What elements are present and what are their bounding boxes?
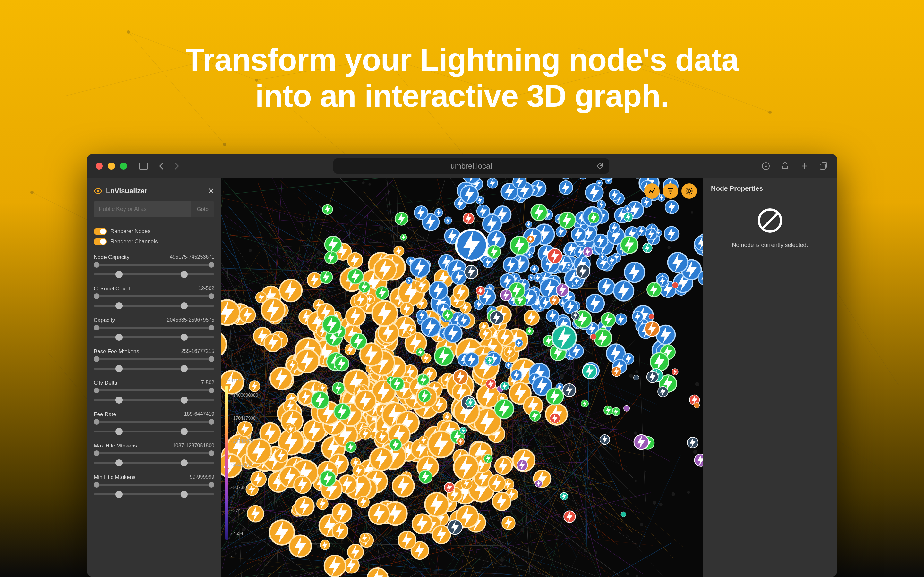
- svg-point-825: [584, 550, 587, 552]
- url-bar[interactable]: umbrel.local: [333, 158, 609, 174]
- svg-line-11: [834, 288, 898, 385]
- graph-mode-button[interactable]: [644, 183, 660, 199]
- svg-point-780: [284, 253, 288, 256]
- filter-range-slider[interactable]: [94, 301, 214, 310]
- svg-point-758: [362, 181, 365, 184]
- legend-tick: - 20744473: [231, 432, 258, 450]
- filter-slider[interactable]: [94, 452, 214, 454]
- svg-point-1487: [624, 405, 630, 411]
- settings-button[interactable]: [682, 183, 697, 199]
- graph-canvas[interactable]: Capacity - 1400000000- 170417908- 207444…: [221, 178, 703, 577]
- filter-slider[interactable]: [94, 264, 214, 266]
- svg-point-808: [592, 481, 593, 482]
- filter-range-slider[interactable]: [94, 459, 214, 467]
- svg-point-778: [595, 551, 598, 554]
- svg-point-853: [691, 211, 693, 214]
- new-tab-icon[interactable]: [800, 161, 809, 171]
- svg-point-25: [31, 191, 34, 194]
- filter-slider[interactable]: [94, 327, 214, 329]
- goto-button[interactable]: Goto: [191, 201, 214, 217]
- forward-button-icon[interactable]: [172, 161, 182, 171]
- svg-line-408: [603, 543, 672, 577]
- tabs-icon[interactable]: [819, 161, 829, 171]
- filter-range-slider[interactable]: [94, 427, 214, 436]
- close-window-icon[interactable]: [95, 163, 103, 169]
- svg-point-877: [591, 313, 595, 316]
- svg-point-818: [368, 183, 371, 185]
- filter-label: Node Capacity: [94, 254, 129, 261]
- app-title-text: LnVisualizer: [106, 187, 147, 195]
- filter-range-slider[interactable]: [94, 396, 214, 404]
- filter-button[interactable]: [663, 183, 678, 199]
- traffic-lights: [95, 163, 127, 169]
- svg-point-845: [422, 237, 424, 239]
- sidebar-toggle-icon[interactable]: [139, 161, 148, 171]
- renderer-nodes-label: Renderer Nodes: [110, 228, 150, 235]
- renderer-channels-toggle[interactable]: [94, 238, 107, 245]
- svg-point-1509: [634, 375, 639, 380]
- svg-point-792: [249, 249, 252, 252]
- node-properties-panel: Node Properties No node is currently sel…: [703, 178, 837, 577]
- svg-point-871: [438, 239, 439, 240]
- refresh-icon[interactable]: [596, 163, 604, 169]
- svg-point-1530: [621, 512, 626, 517]
- svg-point-804: [533, 512, 534, 513]
- search-input[interactable]: [94, 201, 191, 217]
- filter-range-slider[interactable]: [94, 333, 214, 342]
- filter-range-slider[interactable]: [94, 364, 214, 373]
- filter-label: Min Htlc Mtokens: [94, 474, 136, 480]
- filter-group: Cltv Delta 7-502: [94, 380, 214, 404]
- filter-value: 99-999999: [190, 474, 214, 480]
- filter-slider[interactable]: [94, 484, 214, 486]
- filter-value: 495175-745253671: [170, 254, 214, 261]
- browser-titlebar: umbrel.local: [87, 154, 837, 178]
- network-graph[interactable]: [221, 178, 703, 577]
- svg-point-774: [244, 206, 246, 208]
- filter-slider[interactable]: [94, 421, 214, 423]
- minimize-window-icon[interactable]: [108, 163, 115, 169]
- svg-point-22: [223, 143, 226, 146]
- filter-range-slider[interactable]: [94, 490, 214, 498]
- svg-point-1393: [561, 178, 570, 179]
- legend-tick: - 4554: [231, 524, 258, 542]
- svg-point-807: [398, 555, 402, 559]
- svg-point-1495: [672, 282, 678, 288]
- svg-point-767: [510, 474, 512, 476]
- filter-slider[interactable]: [94, 358, 214, 360]
- filter-slider[interactable]: [94, 390, 214, 392]
- svg-point-1511: [694, 402, 700, 408]
- svg-point-815: [258, 500, 262, 504]
- close-sidebar-button[interactable]: ✕: [208, 187, 214, 195]
- empty-state-icon: [758, 208, 782, 233]
- svg-line-369: [640, 455, 681, 546]
- legend-tick: - 37416: [231, 501, 258, 519]
- svg-point-16: [127, 31, 130, 34]
- downloads-icon[interactable]: [761, 161, 771, 171]
- svg-line-346: [379, 572, 562, 575]
- svg-point-737: [626, 572, 629, 575]
- renderer-nodes-toggle[interactable]: [94, 228, 107, 235]
- filter-range-slider[interactable]: [94, 270, 214, 279]
- svg-point-796: [520, 528, 523, 532]
- maximize-window-icon[interactable]: [120, 163, 127, 169]
- svg-point-814: [567, 207, 569, 209]
- filter-value: 2045635-259679575: [167, 317, 214, 324]
- filter-value: 7-502: [201, 380, 214, 386]
- svg-point-741: [317, 545, 320, 548]
- svg-point-812: [260, 213, 262, 215]
- svg-point-864: [512, 224, 515, 227]
- svg-point-772: [379, 226, 383, 230]
- svg-point-823: [634, 432, 638, 435]
- share-icon[interactable]: [780, 161, 790, 171]
- svg-point-1524: [590, 334, 596, 340]
- back-button-icon[interactable]: [157, 161, 166, 171]
- marketing-headline: Transform your Lightning node's data int…: [0, 42, 924, 114]
- filter-group: Max Htlc Mtokens 1087-1287051800: [94, 443, 214, 467]
- svg-point-762: [518, 408, 522, 412]
- left-sidebar: LnVisualizer ✕ Goto Renderer Nodes Rende…: [87, 178, 221, 577]
- filter-slider[interactable]: [94, 295, 214, 297]
- svg-point-874: [520, 430, 522, 432]
- svg-line-314: [221, 240, 239, 263]
- svg-point-835: [585, 284, 588, 287]
- filter-value: 1087-1287051800: [173, 443, 214, 449]
